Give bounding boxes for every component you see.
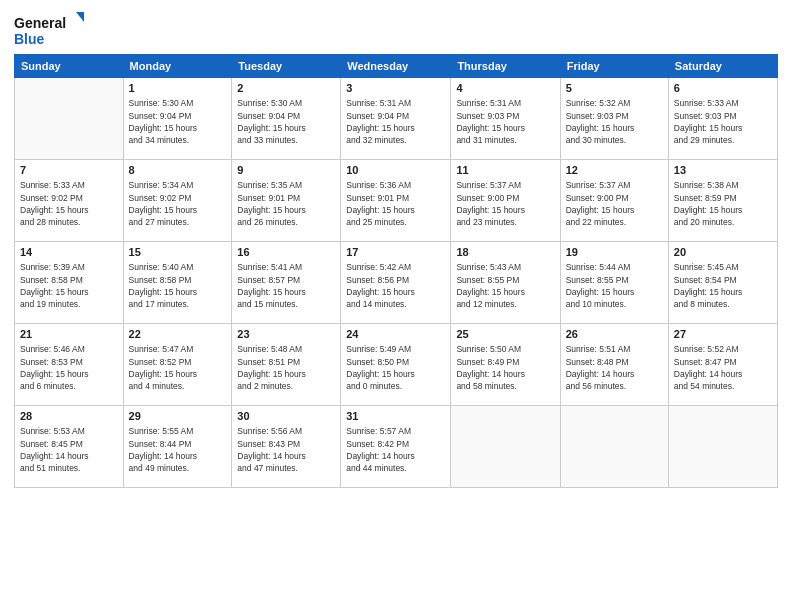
cell-week2-day1: 8Sunrise: 5:34 AMSunset: 9:02 PMDaylight… xyxy=(123,160,232,242)
cell-week3-day0: 14Sunrise: 5:39 AMSunset: 8:58 PMDayligh… xyxy=(15,242,124,324)
day-info: Sunrise: 5:47 AMSunset: 8:52 PMDaylight:… xyxy=(129,343,227,392)
week-row-5: 28Sunrise: 5:53 AMSunset: 8:45 PMDayligh… xyxy=(15,406,778,488)
cell-week4-day0: 21Sunrise: 5:46 AMSunset: 8:53 PMDayligh… xyxy=(15,324,124,406)
day-info: Sunrise: 5:37 AMSunset: 9:00 PMDaylight:… xyxy=(566,179,663,228)
cell-week2-day5: 12Sunrise: 5:37 AMSunset: 9:00 PMDayligh… xyxy=(560,160,668,242)
cell-week3-day3: 17Sunrise: 5:42 AMSunset: 8:56 PMDayligh… xyxy=(341,242,451,324)
day-info: Sunrise: 5:42 AMSunset: 8:56 PMDaylight:… xyxy=(346,261,445,310)
day-info: Sunrise: 5:39 AMSunset: 8:58 PMDaylight:… xyxy=(20,261,118,310)
cell-week4-day6: 27Sunrise: 5:52 AMSunset: 8:47 PMDayligh… xyxy=(668,324,777,406)
day-info: Sunrise: 5:48 AMSunset: 8:51 PMDaylight:… xyxy=(237,343,335,392)
calendar-header-row: SundayMondayTuesdayWednesdayThursdayFrid… xyxy=(15,55,778,78)
day-info: Sunrise: 5:51 AMSunset: 8:48 PMDaylight:… xyxy=(566,343,663,392)
cell-week2-day3: 10Sunrise: 5:36 AMSunset: 9:01 PMDayligh… xyxy=(341,160,451,242)
day-number: 10 xyxy=(346,163,445,178)
header-tuesday: Tuesday xyxy=(232,55,341,78)
header: General Blue xyxy=(14,10,778,50)
week-row-3: 14Sunrise: 5:39 AMSunset: 8:58 PMDayligh… xyxy=(15,242,778,324)
cell-week3-day1: 15Sunrise: 5:40 AMSunset: 8:58 PMDayligh… xyxy=(123,242,232,324)
day-number: 6 xyxy=(674,81,772,96)
cell-week5-day2: 30Sunrise: 5:56 AMSunset: 8:43 PMDayligh… xyxy=(232,406,341,488)
cell-week3-day2: 16Sunrise: 5:41 AMSunset: 8:57 PMDayligh… xyxy=(232,242,341,324)
svg-text:Blue: Blue xyxy=(14,31,45,47)
day-number: 19 xyxy=(566,245,663,260)
day-info: Sunrise: 5:31 AMSunset: 9:04 PMDaylight:… xyxy=(346,97,445,146)
logo: General Blue xyxy=(14,10,84,50)
calendar-table: SundayMondayTuesdayWednesdayThursdayFrid… xyxy=(14,54,778,488)
header-sunday: Sunday xyxy=(15,55,124,78)
cell-week1-day4: 4Sunrise: 5:31 AMSunset: 9:03 PMDaylight… xyxy=(451,78,560,160)
day-number: 13 xyxy=(674,163,772,178)
cell-week2-day4: 11Sunrise: 5:37 AMSunset: 9:00 PMDayligh… xyxy=(451,160,560,242)
day-info: Sunrise: 5:32 AMSunset: 9:03 PMDaylight:… xyxy=(566,97,663,146)
cell-week5-day4 xyxy=(451,406,560,488)
day-number: 27 xyxy=(674,327,772,342)
week-row-4: 21Sunrise: 5:46 AMSunset: 8:53 PMDayligh… xyxy=(15,324,778,406)
day-number: 14 xyxy=(20,245,118,260)
day-info: Sunrise: 5:43 AMSunset: 8:55 PMDaylight:… xyxy=(456,261,554,310)
day-number: 16 xyxy=(237,245,335,260)
day-number: 7 xyxy=(20,163,118,178)
day-number: 17 xyxy=(346,245,445,260)
cell-week4-day5: 26Sunrise: 5:51 AMSunset: 8:48 PMDayligh… xyxy=(560,324,668,406)
cell-week4-day2: 23Sunrise: 5:48 AMSunset: 8:51 PMDayligh… xyxy=(232,324,341,406)
day-number: 15 xyxy=(129,245,227,260)
day-number: 12 xyxy=(566,163,663,178)
day-number: 24 xyxy=(346,327,445,342)
cell-week5-day3: 31Sunrise: 5:57 AMSunset: 8:42 PMDayligh… xyxy=(341,406,451,488)
cell-week1-day6: 6Sunrise: 5:33 AMSunset: 9:03 PMDaylight… xyxy=(668,78,777,160)
day-info: Sunrise: 5:33 AMSunset: 9:02 PMDaylight:… xyxy=(20,179,118,228)
cell-week2-day2: 9Sunrise: 5:35 AMSunset: 9:01 PMDaylight… xyxy=(232,160,341,242)
day-info: Sunrise: 5:44 AMSunset: 8:55 PMDaylight:… xyxy=(566,261,663,310)
cell-week1-day3: 3Sunrise: 5:31 AMSunset: 9:04 PMDaylight… xyxy=(341,78,451,160)
cell-week3-day4: 18Sunrise: 5:43 AMSunset: 8:55 PMDayligh… xyxy=(451,242,560,324)
day-info: Sunrise: 5:57 AMSunset: 8:42 PMDaylight:… xyxy=(346,425,445,474)
day-number: 26 xyxy=(566,327,663,342)
day-info: Sunrise: 5:36 AMSunset: 9:01 PMDaylight:… xyxy=(346,179,445,228)
day-info: Sunrise: 5:41 AMSunset: 8:57 PMDaylight:… xyxy=(237,261,335,310)
logo-svg: General Blue xyxy=(14,10,84,50)
day-number: 20 xyxy=(674,245,772,260)
day-number: 5 xyxy=(566,81,663,96)
day-info: Sunrise: 5:46 AMSunset: 8:53 PMDaylight:… xyxy=(20,343,118,392)
day-info: Sunrise: 5:37 AMSunset: 9:00 PMDaylight:… xyxy=(456,179,554,228)
cell-week2-day0: 7Sunrise: 5:33 AMSunset: 9:02 PMDaylight… xyxy=(15,160,124,242)
day-info: Sunrise: 5:35 AMSunset: 9:01 PMDaylight:… xyxy=(237,179,335,228)
week-row-1: 1Sunrise: 5:30 AMSunset: 9:04 PMDaylight… xyxy=(15,78,778,160)
day-info: Sunrise: 5:40 AMSunset: 8:58 PMDaylight:… xyxy=(129,261,227,310)
day-number: 29 xyxy=(129,409,227,424)
svg-marker-2 xyxy=(76,12,84,22)
header-thursday: Thursday xyxy=(451,55,560,78)
cell-week1-day2: 2Sunrise: 5:30 AMSunset: 9:04 PMDaylight… xyxy=(232,78,341,160)
day-number: 25 xyxy=(456,327,554,342)
cell-week4-day1: 22Sunrise: 5:47 AMSunset: 8:52 PMDayligh… xyxy=(123,324,232,406)
page: General Blue SundayMondayTuesdayWednesda… xyxy=(0,0,792,612)
day-number: 8 xyxy=(129,163,227,178)
svg-text:General: General xyxy=(14,15,66,31)
header-saturday: Saturday xyxy=(668,55,777,78)
day-info: Sunrise: 5:31 AMSunset: 9:03 PMDaylight:… xyxy=(456,97,554,146)
cell-week5-day0: 28Sunrise: 5:53 AMSunset: 8:45 PMDayligh… xyxy=(15,406,124,488)
cell-week1-day1: 1Sunrise: 5:30 AMSunset: 9:04 PMDaylight… xyxy=(123,78,232,160)
day-info: Sunrise: 5:34 AMSunset: 9:02 PMDaylight:… xyxy=(129,179,227,228)
day-info: Sunrise: 5:53 AMSunset: 8:45 PMDaylight:… xyxy=(20,425,118,474)
cell-week5-day6 xyxy=(668,406,777,488)
day-number: 31 xyxy=(346,409,445,424)
header-friday: Friday xyxy=(560,55,668,78)
day-number: 22 xyxy=(129,327,227,342)
day-number: 1 xyxy=(129,81,227,96)
day-number: 9 xyxy=(237,163,335,178)
day-info: Sunrise: 5:30 AMSunset: 9:04 PMDaylight:… xyxy=(129,97,227,146)
day-number: 30 xyxy=(237,409,335,424)
cell-week4-day4: 25Sunrise: 5:50 AMSunset: 8:49 PMDayligh… xyxy=(451,324,560,406)
day-number: 21 xyxy=(20,327,118,342)
day-info: Sunrise: 5:56 AMSunset: 8:43 PMDaylight:… xyxy=(237,425,335,474)
day-info: Sunrise: 5:55 AMSunset: 8:44 PMDaylight:… xyxy=(129,425,227,474)
day-info: Sunrise: 5:45 AMSunset: 8:54 PMDaylight:… xyxy=(674,261,772,310)
cell-week2-day6: 13Sunrise: 5:38 AMSunset: 8:59 PMDayligh… xyxy=(668,160,777,242)
day-info: Sunrise: 5:52 AMSunset: 8:47 PMDaylight:… xyxy=(674,343,772,392)
cell-week1-day5: 5Sunrise: 5:32 AMSunset: 9:03 PMDaylight… xyxy=(560,78,668,160)
day-number: 2 xyxy=(237,81,335,96)
day-info: Sunrise: 5:30 AMSunset: 9:04 PMDaylight:… xyxy=(237,97,335,146)
header-wednesday: Wednesday xyxy=(341,55,451,78)
